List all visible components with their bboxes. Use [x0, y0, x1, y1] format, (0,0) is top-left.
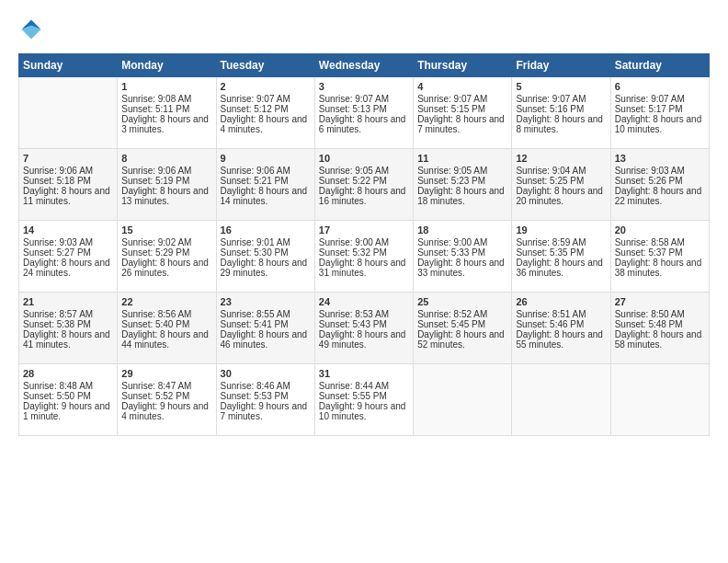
- sunrise-text: Sunrise: 9:05 AM: [417, 166, 487, 176]
- sunset-text: Sunset: 5:12 PM: [221, 104, 289, 114]
- day-number: 11: [417, 153, 507, 164]
- sunrise-text: Sunrise: 8:53 AM: [319, 309, 389, 319]
- sunrise-text: Sunrise: 9:00 AM: [319, 237, 389, 247]
- calendar-cell: 2 Sunrise: 9:07 AM Sunset: 5:12 PM Dayli…: [216, 77, 314, 149]
- weekday-header: Thursday: [414, 54, 512, 77]
- daylight-text: Daylight: 9 hours and 4 minutes.: [121, 401, 209, 421]
- calendar-cell: 4 Sunrise: 9:07 AM Sunset: 5:15 PM Dayli…: [414, 77, 512, 149]
- sunset-text: Sunset: 5:43 PM: [319, 319, 387, 329]
- sunrise-text: Sunrise: 9:01 AM: [221, 237, 290, 247]
- day-number: 29: [121, 368, 211, 379]
- day-number: 1: [121, 81, 211, 92]
- sunset-text: Sunset: 5:55 PM: [319, 391, 387, 401]
- day-number: 20: [615, 224, 705, 236]
- sunset-text: Sunset: 5:50 PM: [23, 391, 91, 401]
- day-number: 13: [615, 153, 705, 164]
- day-number: 10: [319, 153, 409, 164]
- daylight-text: Daylight: 8 hours and 6 minutes.: [319, 114, 406, 134]
- daylight-text: Daylight: 8 hours and 11 minutes.: [23, 186, 110, 206]
- sunrise-text: Sunrise: 8:50 AM: [615, 309, 685, 319]
- sunset-text: Sunset: 5:33 PM: [417, 247, 485, 258]
- calendar-cell: 8 Sunrise: 9:06 AM Sunset: 5:19 PM Dayli…: [118, 149, 216, 221]
- calendar-cell: 5 Sunrise: 9:07 AM Sunset: 5:16 PM Dayli…: [512, 77, 610, 149]
- daylight-text: Daylight: 8 hours and 49 minutes.: [319, 329, 406, 350]
- calendar-cell: [512, 364, 610, 436]
- day-number: 12: [516, 153, 606, 164]
- calendar-cell: 29 Sunrise: 8:47 AM Sunset: 5:52 PM Dayl…: [118, 364, 216, 436]
- day-number: 22: [121, 296, 211, 307]
- daylight-text: Daylight: 8 hours and 13 minutes.: [121, 186, 209, 206]
- sunset-text: Sunset: 5:45 PM: [417, 319, 485, 329]
- calendar-cell: 21 Sunrise: 8:57 AM Sunset: 5:38 PM Dayl…: [19, 293, 118, 364]
- calendar-cell: 25 Sunrise: 8:52 AM Sunset: 5:45 PM Dayl…: [414, 293, 512, 364]
- sunset-text: Sunset: 5:29 PM: [121, 247, 189, 258]
- sunrise-text: Sunrise: 9:06 AM: [221, 166, 290, 176]
- daylight-text: Daylight: 8 hours and 41 minutes.: [23, 329, 110, 350]
- daylight-text: Daylight: 8 hours and 36 minutes.: [516, 258, 603, 278]
- sunrise-text: Sunrise: 9:07 AM: [615, 94, 685, 104]
- day-number: 9: [221, 153, 311, 164]
- sunset-text: Sunset: 5:26 PM: [615, 176, 683, 186]
- day-number: 21: [23, 296, 113, 307]
- sunset-text: Sunset: 5:37 PM: [615, 247, 683, 258]
- daylight-text: Daylight: 8 hours and 10 minutes.: [615, 114, 702, 134]
- calendar-week-row: 21 Sunrise: 8:57 AM Sunset: 5:38 PM Dayl…: [19, 293, 710, 364]
- daylight-text: Daylight: 8 hours and 14 minutes.: [221, 186, 308, 206]
- calendar-week-row: 28 Sunrise: 8:48 AM Sunset: 5:50 PM Dayl…: [19, 364, 710, 436]
- sunrise-text: Sunrise: 8:46 AM: [221, 381, 290, 391]
- sunset-text: Sunset: 5:17 PM: [615, 104, 683, 114]
- page-container: SundayMondayTuesdayWednesdayThursdayFrid…: [0, 0, 728, 445]
- calendar-cell: 14 Sunrise: 9:03 AM Sunset: 5:27 PM Dayl…: [19, 221, 118, 293]
- sunset-text: Sunset: 5:13 PM: [319, 104, 387, 114]
- calendar-cell: 19 Sunrise: 8:59 AM Sunset: 5:35 PM Dayl…: [512, 221, 610, 293]
- calendar-cell: 28 Sunrise: 8:48 AM Sunset: 5:50 PM Dayl…: [19, 364, 118, 436]
- calendar-cell: 3 Sunrise: 9:07 AM Sunset: 5:13 PM Dayli…: [314, 77, 413, 149]
- sunset-text: Sunset: 5:27 PM: [23, 247, 91, 258]
- daylight-text: Daylight: 8 hours and 38 minutes.: [615, 258, 702, 278]
- calendar-cell: 7 Sunrise: 9:06 AM Sunset: 5:18 PM Dayli…: [19, 149, 118, 221]
- sunset-text: Sunset: 5:19 PM: [121, 176, 189, 186]
- sunrise-text: Sunrise: 9:02 AM: [121, 237, 191, 247]
- weekday-header: Monday: [118, 54, 216, 77]
- sunrise-text: Sunrise: 9:06 AM: [121, 166, 191, 176]
- calendar-cell: 30 Sunrise: 8:46 AM Sunset: 5:53 PM Dayl…: [216, 364, 314, 436]
- logo-icon: [18, 17, 44, 42]
- calendar-cell: 17 Sunrise: 9:00 AM Sunset: 5:32 PM Dayl…: [314, 221, 413, 293]
- weekday-header: Sunday: [19, 54, 118, 77]
- logo: [18, 17, 48, 42]
- calendar-cell: 24 Sunrise: 8:53 AM Sunset: 5:43 PM Dayl…: [314, 293, 413, 364]
- calendar-cell: 16 Sunrise: 9:01 AM Sunset: 5:30 PM Dayl…: [216, 221, 314, 293]
- sunrise-text: Sunrise: 9:07 AM: [221, 94, 290, 104]
- day-number: 7: [23, 153, 113, 164]
- sunset-text: Sunset: 5:52 PM: [121, 391, 189, 401]
- daylight-text: Daylight: 8 hours and 31 minutes.: [319, 258, 406, 278]
- calendar-header-row: SundayMondayTuesdayWednesdayThursdayFrid…: [19, 54, 710, 77]
- daylight-text: Daylight: 8 hours and 16 minutes.: [319, 186, 406, 206]
- calendar-cell: 9 Sunrise: 9:06 AM Sunset: 5:21 PM Dayli…: [216, 149, 314, 221]
- calendar-cell: [19, 77, 118, 149]
- calendar-cell: 31 Sunrise: 8:44 AM Sunset: 5:55 PM Dayl…: [314, 364, 413, 436]
- sunrise-text: Sunrise: 8:44 AM: [319, 381, 389, 391]
- sunrise-text: Sunrise: 9:07 AM: [319, 94, 389, 104]
- calendar-week-row: 1 Sunrise: 9:08 AM Sunset: 5:11 PM Dayli…: [19, 77, 710, 149]
- daylight-text: Daylight: 8 hours and 52 minutes.: [417, 329, 505, 350]
- daylight-text: Daylight: 8 hours and 8 minutes.: [516, 114, 603, 134]
- day-number: 2: [221, 81, 311, 92]
- sunrise-text: Sunrise: 8:48 AM: [23, 381, 93, 391]
- daylight-text: Daylight: 8 hours and 3 minutes.: [121, 114, 209, 134]
- sunrise-text: Sunrise: 9:03 AM: [615, 166, 685, 176]
- sunset-text: Sunset: 5:30 PM: [221, 247, 289, 258]
- calendar-cell: 27 Sunrise: 8:50 AM Sunset: 5:48 PM Dayl…: [610, 293, 709, 364]
- day-number: 19: [516, 224, 606, 236]
- daylight-text: Daylight: 8 hours and 44 minutes.: [121, 329, 209, 350]
- calendar-cell: 22 Sunrise: 8:56 AM Sunset: 5:40 PM Dayl…: [118, 293, 216, 364]
- sunrise-text: Sunrise: 8:47 AM: [121, 381, 191, 391]
- sunrise-text: Sunrise: 8:55 AM: [221, 309, 290, 319]
- daylight-text: Daylight: 9 hours and 10 minutes.: [319, 401, 406, 421]
- day-number: 26: [516, 296, 606, 307]
- sunset-text: Sunset: 5:22 PM: [319, 176, 387, 186]
- daylight-text: Daylight: 8 hours and 55 minutes.: [516, 329, 603, 350]
- sunset-text: Sunset: 5:25 PM: [516, 176, 584, 186]
- weekday-header: Wednesday: [314, 54, 413, 77]
- calendar-cell: 10 Sunrise: 9:05 AM Sunset: 5:22 PM Dayl…: [314, 149, 413, 221]
